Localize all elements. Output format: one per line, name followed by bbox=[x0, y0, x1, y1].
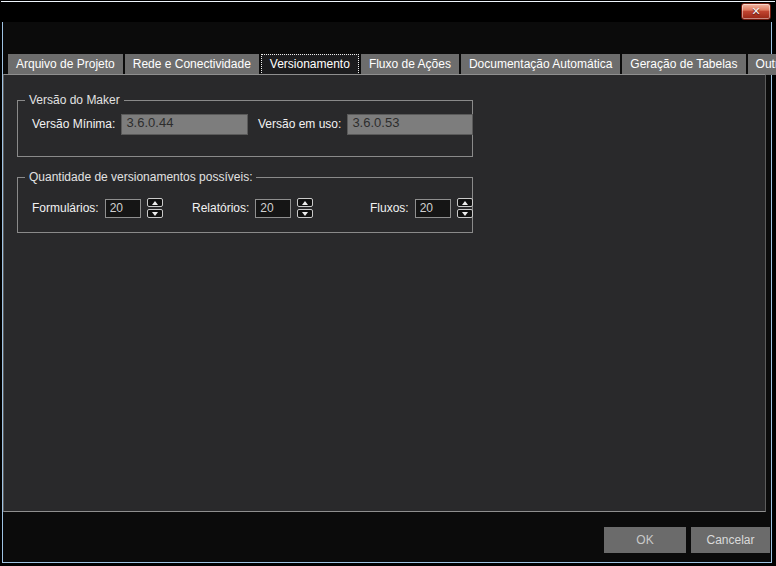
groupbox-quantidade-title: Quantidade de versionamentos possíveis: bbox=[25, 170, 256, 185]
spin-down-button[interactable] bbox=[297, 209, 313, 218]
groupbox-versao-do-maker: Versão do Maker Versão Mínima: Versão em… bbox=[17, 100, 473, 157]
tabstrip: Arquivo de Projeto Rede e Conectividade … bbox=[8, 54, 776, 75]
fluxos-spinner-input[interactable] bbox=[415, 199, 451, 218]
spin-down-icon bbox=[302, 212, 308, 216]
spin-down-icon bbox=[152, 212, 158, 216]
window-title: Configurações bbox=[10, 5, 87, 19]
spin-up-icon bbox=[302, 201, 308, 205]
formularios-label: Formulários: bbox=[32, 201, 99, 215]
formularios-field: Formulários: bbox=[32, 197, 163, 219]
close-button[interactable]: ✕ bbox=[741, 3, 771, 20]
tab-geracao-de-tabelas[interactable]: Geração de Tabelas bbox=[622, 54, 745, 75]
versao-em-uso-field: Versão em uso: bbox=[258, 113, 473, 135]
tab-fluxo-de-acoes[interactable]: Fluxo de Ações bbox=[361, 54, 459, 75]
fluxos-field: Fluxos: bbox=[370, 197, 473, 219]
spin-up-icon bbox=[462, 201, 468, 205]
versao-em-uso-label: Versão em uso: bbox=[258, 117, 341, 131]
ok-button[interactable]: OK bbox=[604, 527, 686, 553]
spin-down-icon bbox=[462, 212, 468, 216]
relatorios-spinner bbox=[297, 198, 313, 218]
spin-down-button[interactable] bbox=[147, 209, 163, 218]
spin-up-button[interactable] bbox=[147, 198, 163, 207]
fluxos-label: Fluxos: bbox=[370, 201, 409, 215]
spin-up-button[interactable] bbox=[457, 198, 473, 207]
tab-arquivo-de-projeto[interactable]: Arquivo de Projeto bbox=[8, 54, 123, 75]
configuracoes-dialog: Configurações ✕ Arquivo de Projeto Rede … bbox=[0, 0, 776, 566]
spin-up-button[interactable] bbox=[297, 198, 313, 207]
tab-outros[interactable]: Outros bbox=[748, 54, 776, 75]
fluxos-spinner bbox=[457, 198, 473, 218]
spin-down-button[interactable] bbox=[457, 209, 473, 218]
relatorios-field: Relatórios: bbox=[192, 197, 313, 219]
tabpage-versionamento: Versão do Maker Versão Mínima: Versão em… bbox=[3, 74, 766, 512]
groupbox-quantidade-versionamentos: Quantidade de versionamentos possíveis: … bbox=[17, 177, 473, 233]
close-icon: ✕ bbox=[751, 6, 760, 17]
titlebar: Configurações bbox=[1, 1, 775, 22]
formularios-spinner bbox=[147, 198, 163, 218]
groupbox-versao-title: Versão do Maker bbox=[25, 93, 124, 108]
versao-em-uso-input bbox=[347, 114, 473, 135]
tab-rede-e-conectividade[interactable]: Rede e Conectividade bbox=[125, 54, 259, 75]
cancel-button[interactable]: Cancelar bbox=[691, 527, 770, 553]
relatorios-spinner-input[interactable] bbox=[255, 199, 291, 218]
tab-versionamento[interactable]: Versionamento bbox=[261, 54, 359, 75]
versao-minima-input bbox=[121, 114, 248, 135]
relatorios-label: Relatórios: bbox=[192, 201, 249, 215]
formularios-spinner-input[interactable] bbox=[105, 199, 141, 218]
versao-minima-field: Versão Mínima: bbox=[32, 113, 248, 135]
spin-up-icon bbox=[152, 201, 158, 205]
versao-minima-label: Versão Mínima: bbox=[32, 117, 115, 131]
tab-documentacao-automatica[interactable]: Documentação Automática bbox=[461, 54, 620, 75]
